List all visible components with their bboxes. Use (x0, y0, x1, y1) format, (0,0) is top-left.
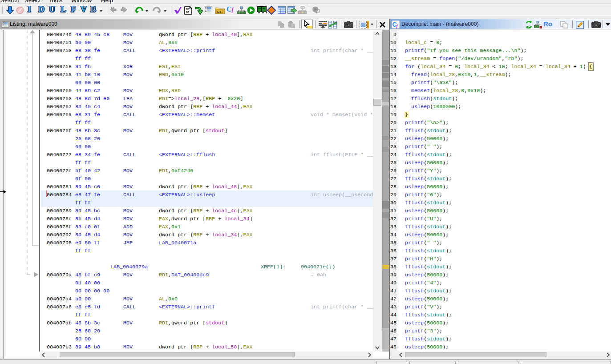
svg-text:01: 01 (186, 11, 190, 14)
svg-text:DT: DT (217, 10, 222, 13)
svg-text:10: 10 (186, 8, 189, 11)
